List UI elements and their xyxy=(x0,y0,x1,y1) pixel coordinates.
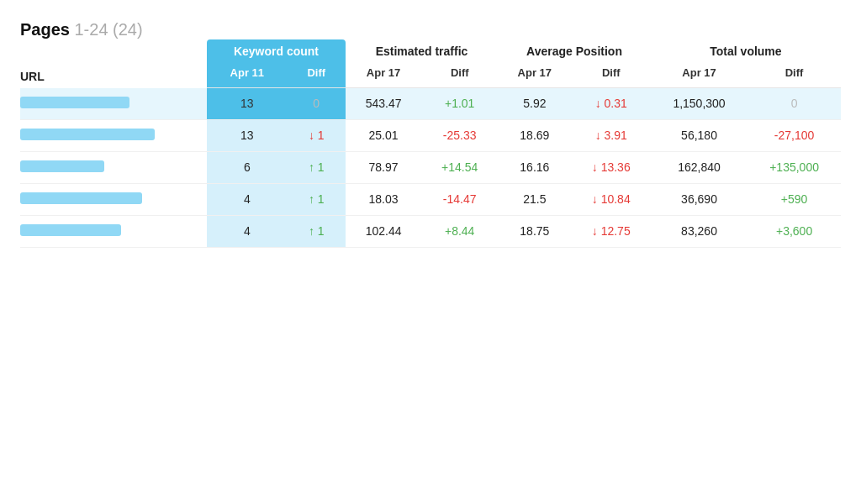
kw-value: 13 xyxy=(207,88,288,120)
tv-diff-subheader: Diff xyxy=(747,63,841,88)
kw-value: 6 xyxy=(207,151,288,183)
ap-diff: ↓ 10.84 xyxy=(572,183,651,215)
tv-diff: -27,100 xyxy=(747,119,841,151)
column-group-header: URL Keyword count Estimated traffic Aver… xyxy=(20,39,841,63)
table-row: 13↓ 125.01-25.3318.69↓ 3.9156,180-27,100 xyxy=(20,119,841,151)
average-position-header: Average Position xyxy=(498,39,651,63)
kw-diff: ↑ 1 xyxy=(288,183,346,215)
url-cell xyxy=(20,88,207,120)
tv-value: 162,840 xyxy=(651,151,747,183)
ap-diff: ↓ 3.91 xyxy=(572,119,651,151)
et-diff-subheader: Diff xyxy=(421,63,498,88)
et-value: 18.03 xyxy=(346,183,421,215)
et-diff: +1.01 xyxy=(421,88,498,120)
et-diff: -14.47 xyxy=(421,183,498,215)
table-row: 4↑ 1102.44+8.4418.75↓ 12.7583,260+3,600 xyxy=(20,215,841,247)
kw-diff: ↑ 1 xyxy=(288,151,346,183)
title-label: Pages xyxy=(20,20,70,39)
table-row: 4↑ 118.03-14.4721.5↓ 10.8436,690+590 xyxy=(20,183,841,215)
kw-diff: ↑ 1 xyxy=(288,215,346,247)
tv-value: 83,260 xyxy=(651,215,747,247)
kw-value: 4 xyxy=(207,215,288,247)
et-value: 102.44 xyxy=(346,215,421,247)
url-cell xyxy=(20,215,207,247)
ap-value: 18.75 xyxy=(498,215,571,247)
total-volume-header: Total volume xyxy=(651,39,841,63)
kw-diff: 0 xyxy=(288,88,346,120)
data-table: URL Keyword count Estimated traffic Aver… xyxy=(20,39,841,248)
estimated-traffic-header: Estimated traffic xyxy=(346,39,498,63)
url-header: URL xyxy=(20,39,207,88)
et-value: 78.97 xyxy=(346,151,421,183)
tv-value: 1,150,300 xyxy=(651,88,747,120)
ap-diff: ↓ 0.31 xyxy=(572,88,651,120)
table-row: 130543.47+1.015.92↓ 0.311,150,3000 xyxy=(20,88,841,120)
table-row: 6↑ 178.97+14.5416.16↓ 13.36162,840+135,0… xyxy=(20,151,841,183)
tv-diff: +135,000 xyxy=(747,151,841,183)
ap-diff-subheader: Diff xyxy=(572,63,651,88)
tv-diff: +3,600 xyxy=(747,215,841,247)
tv-date-subheader: Apr 17 xyxy=(651,63,747,88)
tv-value: 36,690 xyxy=(651,183,747,215)
page-title: Pages 1-24 (24) xyxy=(20,20,841,39)
ap-value: 5.92 xyxy=(498,88,571,120)
et-date-subheader: Apr 17 xyxy=(346,63,421,88)
et-diff: +14.54 xyxy=(421,151,498,183)
url-cell xyxy=(20,183,207,215)
et-value: 543.47 xyxy=(346,88,421,120)
ap-diff: ↓ 12.75 xyxy=(572,215,651,247)
et-diff: +8.44 xyxy=(421,215,498,247)
ap-value: 18.69 xyxy=(498,119,571,151)
ap-value: 21.5 xyxy=(498,183,571,215)
tv-value: 56,180 xyxy=(651,119,747,151)
ap-date-subheader: Apr 17 xyxy=(498,63,571,88)
kw-value: 13 xyxy=(207,119,288,151)
keyword-count-header: Keyword count xyxy=(207,39,346,63)
kw-value: 4 xyxy=(207,183,288,215)
et-diff: -25.33 xyxy=(421,119,498,151)
title-range: 1-24 (24) xyxy=(75,20,143,39)
tv-diff: +590 xyxy=(747,183,841,215)
ap-diff: ↓ 13.36 xyxy=(572,151,651,183)
url-cell xyxy=(20,151,207,183)
ap-value: 16.16 xyxy=(498,151,571,183)
kw-diff-subheader: Diff xyxy=(288,63,346,88)
url-cell xyxy=(20,119,207,151)
kw-date-subheader: Apr 11 xyxy=(207,63,288,88)
tv-diff: 0 xyxy=(747,88,841,120)
kw-diff: ↓ 1 xyxy=(288,119,346,151)
et-value: 25.01 xyxy=(346,119,421,151)
